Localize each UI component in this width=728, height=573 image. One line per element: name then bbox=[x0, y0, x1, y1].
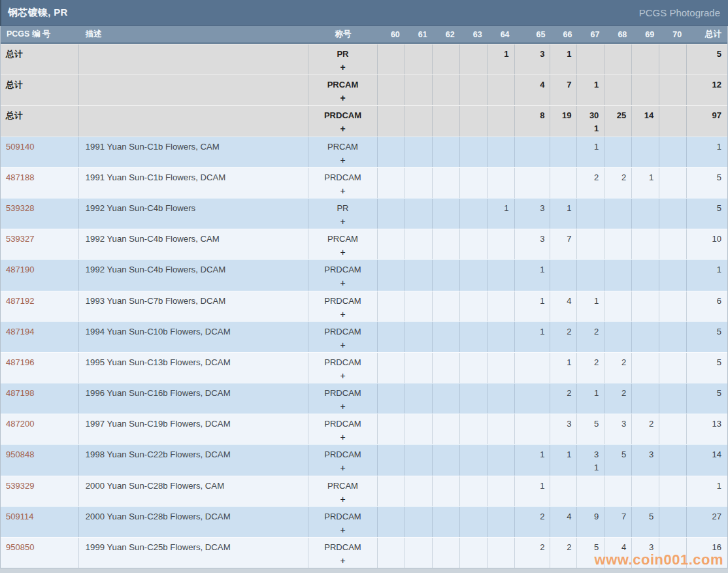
pcgs-number-link[interactable]: 950848 bbox=[6, 450, 34, 459]
coin-description: 1992 Yuan Sun-C4b Flowers bbox=[86, 202, 308, 215]
designation-label: PR bbox=[308, 202, 377, 215]
grade-cell-67: 1 bbox=[577, 137, 604, 167]
grade-cell-69 bbox=[632, 353, 659, 383]
designation-label: PRDCAM bbox=[308, 448, 377, 461]
table-row: 5393271992 Yuan Sun-C4b Flowers, CAMPRCA… bbox=[1, 229, 727, 259]
pcgs-number-link[interactable]: 487190 bbox=[6, 265, 34, 274]
grade-cell-60 bbox=[378, 538, 405, 568]
grade-cell-63 bbox=[460, 44, 488, 74]
grade-cell-63 bbox=[460, 291, 488, 321]
grade-cell-69 bbox=[632, 322, 659, 352]
grade-cell-61 bbox=[405, 137, 433, 167]
table-header-row: PCGS 编 号 描述 称号 60 61 62 63 64 65 66 67 6… bbox=[1, 26, 727, 44]
grade-cell-67: 2 bbox=[577, 353, 604, 383]
grade-cell-64 bbox=[488, 229, 515, 259]
grade-cell-60 bbox=[378, 44, 405, 74]
grade-cell-66: 2 bbox=[550, 538, 577, 568]
designation-cell: PRDCAM+ bbox=[308, 507, 378, 537]
grade-cell-60 bbox=[378, 229, 405, 259]
photograde-link[interactable]: PCGS Photograde bbox=[639, 7, 720, 18]
designation-cell: PRCAM+ bbox=[308, 476, 378, 506]
header-grade-65: 65 bbox=[515, 30, 551, 39]
grade-cell-67: 1 bbox=[577, 384, 604, 414]
header-grade-69: 69 bbox=[632, 30, 659, 39]
pcgs-number-link[interactable]: 487192 bbox=[6, 296, 34, 306]
grade-cell-70 bbox=[659, 44, 687, 74]
grade-cell-67: 9 bbox=[577, 507, 604, 537]
grade-cell-64 bbox=[488, 384, 515, 414]
grade-cell-70 bbox=[659, 137, 687, 167]
grade-cell-60 bbox=[378, 476, 405, 506]
grade-cell-68: 2 bbox=[604, 168, 632, 198]
header-grade-64: 64 bbox=[488, 30, 515, 39]
pcgs-number-link[interactable]: 487194 bbox=[6, 327, 34, 336]
grade-cell-63 bbox=[460, 168, 488, 198]
row-total-value: 97 bbox=[687, 109, 721, 122]
grade-cell-62 bbox=[433, 476, 460, 506]
grade-cell-65: 1 bbox=[515, 322, 551, 352]
grade-cell-64 bbox=[488, 106, 515, 136]
grade-cell-67: 301 bbox=[577, 106, 604, 136]
row-total-value: 5 bbox=[687, 325, 721, 338]
designation-label: PRDCAM bbox=[308, 263, 377, 276]
pcgs-number-link[interactable]: 539328 bbox=[6, 203, 34, 213]
designation-plus-label: + bbox=[308, 91, 377, 105]
grade-cell-65: 3 bbox=[515, 44, 551, 74]
designation-label: PRCAM bbox=[308, 78, 377, 91]
grade-cell-61 bbox=[405, 199, 433, 229]
grade-cell-60 bbox=[378, 414, 405, 444]
designation-plus-label: + bbox=[308, 276, 377, 289]
grade-cell-68 bbox=[604, 229, 632, 259]
designation-plus-label: + bbox=[308, 523, 377, 536]
row-total-value: 5 bbox=[687, 387, 721, 400]
grade-cell-65: 3 bbox=[515, 229, 551, 259]
coin-description bbox=[86, 48, 308, 61]
designation-plus-label: + bbox=[308, 154, 377, 167]
grade-cell-69 bbox=[632, 199, 659, 229]
designation-cell: PRCAM+ bbox=[308, 229, 378, 259]
grade-cell-61 bbox=[405, 44, 433, 74]
grade-cell-61 bbox=[405, 75, 433, 105]
row-total-cell: 16 bbox=[687, 538, 727, 568]
grade-cell-64 bbox=[488, 322, 515, 352]
table-row: 4871921993 Yuan Sun-C7b Flowers, DCAMPRD… bbox=[1, 291, 727, 321]
coin-description-cell: 2000 Yuan Sun-C28b Flowers, DCAM bbox=[79, 507, 308, 537]
grade-cell-66: 1 bbox=[550, 353, 577, 383]
designation-plus-label: + bbox=[308, 338, 377, 352]
pcgs-number-link[interactable]: 487196 bbox=[6, 357, 34, 367]
grade-cell-66: 4 bbox=[550, 291, 577, 321]
header-grade-63: 63 bbox=[460, 30, 488, 39]
grade-cell-64 bbox=[488, 414, 515, 444]
pcgs-number-link[interactable]: 539329 bbox=[6, 481, 34, 491]
grade-cell-60 bbox=[378, 507, 405, 537]
designation-plus-label: + bbox=[308, 369, 377, 382]
pcgs-number-link[interactable]: 509140 bbox=[6, 142, 34, 152]
pcgs-number-link[interactable]: 487188 bbox=[6, 172, 34, 182]
pcgs-number-link[interactable]: 487198 bbox=[6, 388, 34, 398]
grade-cell-69 bbox=[632, 260, 659, 290]
grade-cell-68: 2 bbox=[604, 353, 632, 383]
grade-cell-61 bbox=[405, 353, 433, 383]
grade-cell-62 bbox=[433, 75, 460, 105]
pcgs-number-link[interactable]: 509114 bbox=[6, 512, 33, 521]
pcgs-number-link[interactable]: 487200 bbox=[6, 419, 34, 429]
designation-cell: PRDCAM+ bbox=[308, 445, 378, 475]
grade-cell-62 bbox=[433, 199, 460, 229]
grade-cell-61 bbox=[405, 445, 433, 475]
grade-cell-69 bbox=[632, 137, 659, 167]
designation-plus-label: + bbox=[308, 431, 377, 444]
table-row: 4871901992 Yuan Sun-C4b Flowers, DCAMPRD… bbox=[1, 259, 727, 290]
pcgs-number-cell: 539327 bbox=[1, 229, 79, 259]
pcgs-number-link[interactable]: 950850 bbox=[6, 542, 34, 552]
header-total: 总计 bbox=[687, 29, 727, 40]
grade-cell-64 bbox=[488, 75, 515, 105]
header-grade-61: 61 bbox=[405, 30, 433, 39]
grade-cell-61 bbox=[405, 538, 433, 568]
designation-cell: PRDCAM+ bbox=[308, 291, 378, 321]
grade-cell-69: 2 bbox=[632, 414, 659, 444]
pcgs-number-link[interactable]: 539327 bbox=[6, 234, 34, 244]
population-report-page: 钢芯镀镍, PR PCGS Photograde PCGS 编 号 描述 称号 … bbox=[0, 0, 728, 568]
coin-description: 2000 Yuan Sun-C28b Flowers, CAM bbox=[86, 480, 308, 493]
grade-cell-61 bbox=[405, 384, 433, 414]
grade-cell-65: 4 bbox=[515, 75, 551, 105]
